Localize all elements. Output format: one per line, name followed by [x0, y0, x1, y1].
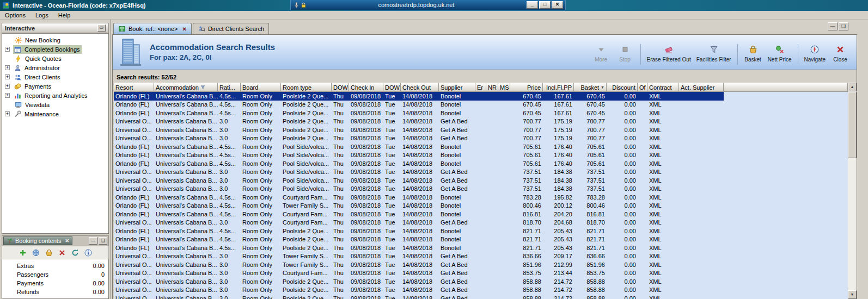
action-stop[interactable]: Stop	[613, 44, 637, 63]
table-row[interactable]: Universal O...Universals Cabana B...3.0R…	[114, 252, 724, 261]
table-row[interactable]: Universal O...Universals Cabana B...3.0R…	[114, 294, 724, 299]
sidebar-item-direct-clients[interactable]: +Direct Clients	[2, 72, 108, 82]
menu-help[interactable]: Help	[53, 12, 76, 18]
tab-direct-clients-search[interactable]: Direct Clients Search	[193, 23, 269, 34]
sidebar-item-reporting-and-analytics[interactable]: +Reporting and Analytics	[2, 91, 108, 100]
expand-plus-icon[interactable]: +	[5, 93, 10, 98]
booking-row-payments[interactable]: Payments0.00	[2, 279, 108, 288]
table-row[interactable]: Universal O...Universals Cabana B...3.0R…	[114, 286, 724, 295]
sidebar-item-maintenance[interactable]: +Maintenance	[2, 109, 108, 119]
add-icon[interactable]	[19, 248, 27, 257]
column-header-board[interactable]: Board	[241, 83, 281, 92]
info-icon[interactable]	[84, 248, 93, 257]
table-row[interactable]: Universal O...Universals Cabana B...3.0R…	[114, 219, 724, 227]
table-row[interactable]: Universal O...Universals Cabana B...3.0R…	[114, 134, 724, 143]
table-row[interactable]: Orlando (FL)Universal's Cabana B...4.5s.…	[114, 142, 724, 151]
table-row[interactable]: Orlando (FL)Universal's Cabana B...4.5s.…	[114, 159, 724, 168]
table-row[interactable]: Orlando (FL)Universal's Cabana B...4.5s.…	[114, 193, 724, 202]
table-row[interactable]: Universal O...Universals Cabana B...3.0R…	[114, 126, 724, 134]
table-row[interactable]: Universal O...Universals Cabana B...3.0R…	[114, 168, 724, 177]
action-more[interactable]: More	[589, 44, 613, 63]
menu-logs[interactable]: Logs	[30, 12, 53, 18]
sidebar-item-quick-quotes[interactable]: Quick Quotes	[2, 54, 108, 63]
column-header-er[interactable]: Er	[475, 83, 486, 92]
column-header-accommodation[interactable]: Accommodation	[154, 83, 218, 92]
cell: 670.45	[574, 110, 607, 116]
action-nett-price[interactable]: Nett Price	[765, 44, 794, 63]
column-header-check-out[interactable]: Check Out	[401, 83, 439, 92]
table-row[interactable]: Universal O...Universals Cabana B...3.0R…	[114, 176, 724, 185]
expand-plus-icon[interactable]: +	[5, 47, 10, 52]
table-row[interactable]: Orlando (FL)Universal's Cabana B...4.5s.…	[114, 202, 724, 210]
table-row[interactable]: Universal O...Universals Cabana B...3.0R…	[114, 260, 724, 269]
refresh-icon[interactable]	[71, 248, 80, 257]
booking-contents-close-icon[interactable]: ✕	[65, 238, 69, 244]
action-erase-filtered-out[interactable]: Erase Filtered Out	[644, 44, 694, 63]
booking-row-extras[interactable]: Extras0.00	[2, 261, 108, 270]
column-header-dow[interactable]: DOW	[383, 83, 401, 92]
table-row[interactable]: Orlando (FL)Universal's Cabana B...4.5s.…	[114, 244, 724, 252]
booking-row-passengers[interactable]: Passengers0	[2, 270, 108, 279]
column-header-room-type[interactable]: Room type	[281, 83, 332, 92]
table-row[interactable]: Universal O...Universals Cabana B...3.0R…	[114, 269, 724, 278]
sidebar-item-viewdata[interactable]: Viewdata	[2, 100, 108, 109]
column-header-contract[interactable]: Contract	[647, 83, 679, 92]
column-header-nr[interactable]: NR	[486, 83, 498, 92]
scroll-up-button[interactable]: ▲	[848, 83, 857, 91]
column-header-discount[interactable]: Discount	[607, 83, 638, 92]
column-header-supplier[interactable]: Supplier	[439, 83, 475, 92]
column-header-price[interactable]: Price	[510, 83, 543, 92]
column-header-basket[interactable]: Basket▼	[574, 83, 607, 92]
rdp-close-button[interactable]: ✕	[552, 1, 563, 9]
delete-icon[interactable]	[58, 248, 66, 257]
expand-plus-icon[interactable]: +	[5, 111, 10, 116]
pin-icon[interactable]	[293, 2, 300, 9]
sidebar-item-completed-bookings[interactable]: +Completed Bookings	[2, 45, 108, 54]
column-header-rati[interactable]: Rati...	[218, 83, 241, 92]
column-header-act-supplier[interactable]: Act. Supplier	[679, 83, 724, 92]
booking-contents-tab[interactable]: Booking contents ✕	[3, 236, 72, 245]
column-header-dow[interactable]: DOW	[332, 83, 349, 92]
table-row[interactable]: Orlando (FL)Universal's Cabana B...4.5s.…	[114, 109, 724, 117]
globe-icon[interactable]	[32, 248, 40, 257]
table-row[interactable]: Orlando (FL)Universal's Cabana B...4.5s.…	[114, 92, 724, 101]
expand-plus-icon[interactable]: +	[5, 74, 10, 79]
table-row[interactable]: Universal O...Universals Cabana B...3.0R…	[114, 277, 724, 286]
sidebar-item-payments[interactable]: +Payments	[2, 82, 108, 91]
table-row[interactable]: Orlando (FL)Universal's Cabana B...4.5s.…	[114, 210, 724, 219]
sidebar-collapse-button[interactable]: ▭	[97, 24, 106, 32]
expand-plus-icon[interactable]: +	[5, 65, 10, 70]
table-row[interactable]: Orlando (FL)Universal's Cabana B...4.5s.…	[114, 101, 724, 109]
table-row[interactable]: Orlando (FL)Universal's Cabana B...4.5s.…	[114, 151, 724, 160]
table-row[interactable]: Universal O...Universals Cabana B...3.0R…	[114, 185, 724, 194]
action-close[interactable]: Close	[828, 44, 852, 63]
action-basket[interactable]: Basket	[741, 44, 765, 63]
tab-close-icon[interactable]: ✕	[182, 26, 187, 32]
rdp-minimize-button[interactable]: _	[527, 1, 538, 9]
vertical-scrollbar[interactable]: ▲ ▼	[848, 83, 857, 299]
sidebar-item-administrator[interactable]: +Administrator	[2, 63, 108, 72]
scroll-thumb[interactable]	[848, 92, 857, 158]
child-minimize-button[interactable]: —	[828, 22, 838, 30]
action-navigate[interactable]: Navigate	[802, 44, 828, 63]
expand-plus-icon[interactable]: +	[5, 84, 10, 89]
table-row[interactable]: Orlando (FL)Universal's Cabana B...4.5s.…	[114, 227, 724, 235]
child-restore-button[interactable]: ❏	[839, 22, 848, 30]
column-header-ms[interactable]: MS	[498, 83, 510, 92]
rdp-restore-button[interactable]: □	[539, 1, 551, 9]
booking-panel-minimize-button[interactable]: —	[89, 237, 97, 245]
column-header-of[interactable]: Of	[638, 83, 647, 92]
booking-row-refunds[interactable]: Refunds0.00	[2, 288, 108, 296]
basket-icon[interactable]	[45, 248, 53, 257]
menu-options[interactable]: Options	[0, 12, 30, 18]
action-facilities-filter[interactable]: Facilities Filter	[694, 44, 734, 63]
sidebar-item-new-booking[interactable]: New Booking	[2, 35, 108, 45]
scroll-down-button[interactable]: ▼	[848, 290, 857, 299]
booking-panel-restore-button[interactable]: ❏	[99, 237, 107, 245]
tab-book-ref-none[interactable]: Book. ref.: <none>✕	[113, 23, 192, 34]
table-row[interactable]: Orlando (FL)Universal's Cabana B...4.5s.…	[114, 235, 724, 244]
column-header-resort[interactable]: Resort	[114, 83, 154, 92]
column-header-incl-fl-pp[interactable]: Incl.Fl.PP	[543, 83, 574, 92]
table-row[interactable]: Universal O...Universals Cabana B...3.0R…	[114, 117, 724, 126]
column-header-check-in[interactable]: Check In	[349, 83, 383, 92]
